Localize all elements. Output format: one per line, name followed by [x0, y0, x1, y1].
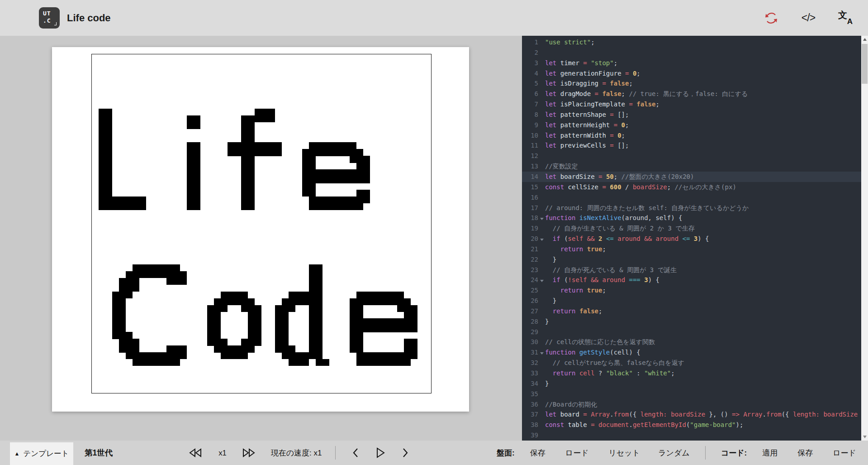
code-line[interactable]: 22 } — [522, 254, 868, 265]
live-cell[interactable] — [241, 190, 248, 197]
code-apply-button[interactable]: 適用 — [762, 448, 778, 458]
live-cell[interactable] — [309, 271, 316, 278]
fast-forward-button[interactable] — [242, 448, 256, 458]
fold-chevron-icon[interactable] — [538, 234, 545, 244]
live-cell[interactable] — [105, 142, 112, 149]
live-cell[interactable] — [343, 197, 350, 203]
live-cell[interactable] — [160, 271, 166, 278]
live-cell[interactable] — [302, 292, 309, 298]
live-cell[interactable] — [343, 142, 350, 149]
live-cell[interactable] — [194, 203, 200, 210]
live-cell[interactable] — [248, 176, 255, 183]
live-cell[interactable] — [329, 149, 336, 156]
live-cell[interactable] — [126, 197, 133, 203]
live-cell[interactable] — [194, 169, 200, 176]
code-line[interactable]: 37let board = Array.from({ length: board… — [522, 409, 868, 420]
live-cell[interactable] — [329, 176, 336, 183]
live-cell[interactable] — [153, 359, 160, 366]
live-cell[interactable] — [316, 142, 323, 149]
live-cell[interactable] — [309, 292, 316, 298]
step-back-button[interactable] — [352, 447, 359, 458]
live-cell[interactable] — [316, 271, 323, 278]
live-cell[interactable] — [99, 129, 105, 136]
scroll-up-icon[interactable] — [861, 36, 868, 43]
live-cell[interactable] — [411, 339, 417, 345]
live-cell[interactable] — [356, 305, 363, 312]
live-cell[interactable] — [133, 359, 139, 366]
live-cell[interactable] — [214, 332, 221, 339]
live-cell[interactable] — [248, 332, 255, 339]
live-cell[interactable] — [404, 312, 411, 318]
live-cell[interactable] — [221, 305, 228, 312]
code-line-active[interactable]: 14let boardSize = 50; //盤面の大きさ(20x20) — [522, 172, 868, 182]
live-cell[interactable] — [309, 352, 316, 359]
live-cell[interactable] — [248, 339, 255, 345]
live-cell[interactable] — [119, 345, 126, 352]
live-cell[interactable] — [275, 339, 282, 345]
live-cell[interactable] — [241, 345, 248, 352]
live-cell[interactable] — [228, 298, 234, 305]
rewind-button[interactable] — [189, 448, 202, 458]
live-cell[interactable] — [309, 339, 316, 345]
live-cell[interactable] — [194, 115, 200, 122]
live-cell[interactable] — [289, 359, 295, 366]
live-cell[interactable] — [343, 203, 350, 210]
live-cell[interactable] — [316, 298, 323, 305]
live-cell[interactable] — [255, 149, 261, 156]
live-cell[interactable] — [309, 285, 316, 292]
live-cell[interactable] — [329, 169, 336, 176]
live-cell[interactable] — [309, 156, 316, 163]
live-cell[interactable] — [268, 149, 275, 156]
live-cell[interactable] — [323, 203, 329, 210]
play-button[interactable] — [375, 447, 385, 459]
live-cell[interactable] — [153, 352, 160, 359]
live-cell[interactable] — [363, 298, 370, 305]
live-cell[interactable] — [194, 176, 200, 183]
live-cell[interactable] — [105, 203, 112, 210]
live-cell[interactable] — [336, 142, 343, 149]
code-line[interactable]: 18function isNextAlive(around, self) { — [522, 213, 868, 223]
code-line[interactable]: 38const table = document.getElementById(… — [522, 420, 868, 430]
live-cell[interactable] — [275, 332, 282, 339]
live-cell[interactable] — [390, 318, 397, 325]
live-cell[interactable] — [411, 318, 417, 325]
fold-chevron-icon[interactable] — [538, 347, 545, 358]
live-cell[interactable] — [221, 298, 228, 305]
live-cell[interactable] — [126, 352, 133, 359]
live-cell[interactable] — [119, 278, 126, 285]
live-cell[interactable] — [139, 271, 146, 278]
live-cell[interactable] — [302, 359, 309, 366]
live-cell[interactable] — [241, 176, 248, 183]
live-cell[interactable] — [119, 332, 126, 339]
live-cell[interactable] — [119, 318, 126, 325]
live-cell[interactable] — [289, 345, 295, 352]
live-cell[interactable] — [112, 305, 119, 312]
code-line[interactable]: 13//変数設定 — [522, 161, 868, 172]
live-cell[interactable] — [119, 197, 126, 203]
live-cell[interactable] — [377, 352, 384, 359]
live-cell[interactable] — [105, 183, 112, 190]
live-cell[interactable] — [336, 176, 343, 183]
live-cell[interactable] — [363, 352, 370, 359]
live-cell[interactable] — [126, 345, 133, 352]
live-cell[interactable] — [309, 305, 316, 312]
live-cell[interactable] — [289, 298, 295, 305]
live-cell[interactable] — [356, 345, 363, 352]
live-cell[interactable] — [404, 339, 411, 345]
scrollbar-thumb[interactable] — [862, 44, 868, 84]
live-cell[interactable] — [139, 197, 146, 203]
live-cell[interactable] — [255, 325, 261, 332]
translate-icon[interactable]: 文 A — [837, 10, 854, 26]
live-cell[interactable] — [126, 271, 133, 278]
live-cell[interactable] — [255, 115, 261, 122]
live-cell[interactable] — [316, 203, 323, 210]
live-cell[interactable] — [105, 163, 112, 169]
live-cell[interactable] — [316, 325, 323, 332]
live-cell[interactable] — [275, 305, 282, 312]
live-cell[interactable] — [275, 312, 282, 318]
live-cell[interactable] — [316, 149, 323, 156]
live-cell[interactable] — [356, 318, 363, 325]
code-line[interactable]: 3let timer = "stop"; — [522, 58, 868, 68]
live-cell[interactable] — [194, 163, 200, 169]
live-cell[interactable] — [350, 176, 356, 183]
